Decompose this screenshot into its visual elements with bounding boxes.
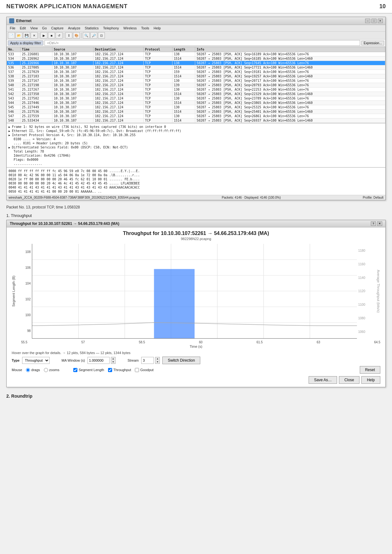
packet-table-container: No. Time Source Destination Protocol Len…	[7, 47, 385, 123]
table-row[interactable]: 53725.22702910.10.30.107182.156.217.124T…	[7, 70, 385, 74]
spin-up[interactable]: ▲	[111, 357, 115, 360]
goodput-checkbox-group[interactable]: Goodput	[135, 368, 154, 372]
table-row[interactable]: 53625.22700510.10.30.107182.156.217.124T…	[7, 65, 385, 70]
table-cell: 50207 → 25803 [PSH, ACK] Seq=26937 Ack=1…	[195, 118, 385, 123]
toolbar-btn-stop[interactable]: ■	[48, 32, 55, 39]
table-row[interactable]: 54725.22755910.10.30.107182.156.217.124T…	[7, 114, 385, 118]
expression-button[interactable]: Expression...	[361, 41, 384, 45]
menu-view[interactable]: View	[28, 26, 40, 31]
drags-radio[interactable]	[26, 368, 30, 372]
toolbar-btn-zoom-out[interactable]: 🔎	[90, 32, 97, 39]
table-cell: TCP	[143, 101, 172, 105]
minimize-button[interactable]: ─	[365, 19, 370, 23]
menu-edit[interactable]: Edit	[18, 26, 28, 31]
details-line[interactable]: Ethernet II, Src: Compal_59:e0:7c (fc:45…	[9, 129, 383, 133]
table-row[interactable]: 53525.22696610.10.30.107182.156.217.124T…	[7, 61, 385, 65]
throughput-help-button[interactable]: ?	[371, 221, 376, 226]
zooms-radio-group[interactable]: zooms	[44, 368, 59, 372]
table-cell: 545	[7, 105, 21, 110]
details-line[interactable]: Flags: 0x0000	[9, 158, 383, 162]
wireshark-window: Ethernet ─ □ ✕ File Edit View Go Capture…	[6, 17, 386, 200]
zooms-radio[interactable]	[44, 368, 48, 372]
ma-window-spinner[interactable]: ▲ ▼	[111, 357, 116, 364]
y-tick-104: 104	[25, 282, 31, 285]
table-cell: 546	[7, 110, 21, 114]
menu-file[interactable]: File	[8, 26, 17, 31]
menu-help[interactable]: Help	[152, 26, 163, 31]
maximize-button[interactable]: □	[371, 19, 377, 23]
table-cell: 50207 → 25803 [PSH, ACK] Seq=23865 Ack=1…	[195, 101, 385, 105]
table-cell: 538	[7, 74, 21, 79]
throughput-checkbox-group[interactable]: Throughput	[108, 368, 131, 372]
table-row[interactable]: 54025.22719810.10.30.107182.156.217.124T…	[7, 83, 385, 87]
table-row[interactable]: 53325.22688110.10.30.107182.156.217.124T…	[7, 52, 385, 57]
chart-area: Segment Length (B) 108 106 104 102 100 9…	[12, 244, 380, 339]
details-line[interactable]: Total Length: 78	[9, 149, 383, 154]
toolbar-btn-open[interactable]: 📂	[15, 32, 22, 39]
details-line[interactable]: Differentiated Services Field: 0x00 (DSC…	[9, 145, 383, 149]
reset-button[interactable]: Reset	[360, 366, 380, 374]
table-cell: 25.227449	[21, 105, 52, 110]
segment-length-checkbox[interactable]	[73, 368, 77, 372]
details-line[interactable]: 0100 .... = Version: 4	[9, 137, 383, 141]
details-line[interactable]: Identification: 0x4296 (17046)	[9, 154, 383, 158]
table-row[interactable]: 54125.22726710.10.30.107182.156.217.124T…	[7, 87, 385, 92]
stream-spin-up[interactable]: ▲	[155, 357, 160, 360]
stream-input[interactable]	[141, 357, 154, 364]
help-button[interactable]: Help	[361, 376, 380, 384]
wireshark-window-controls[interactable]: ─ □ ✕	[365, 19, 383, 23]
toolbar-btn-close[interactable]: ✕	[31, 32, 38, 39]
throughput-checkbox[interactable]	[108, 368, 112, 372]
details-line[interactable]: ...............	[9, 162, 383, 166]
menu-telephony[interactable]: Telephony	[101, 26, 121, 31]
table-cell: 25.227029	[21, 70, 52, 74]
table-cell: 10.10.30.107	[52, 92, 93, 96]
details-line[interactable]: Internet Protocol Version 4, Src: 10.10.…	[9, 133, 383, 137]
y-ticks-left: 108 106 104 102 100 98	[19, 244, 32, 339]
toolbar-btn-colorize[interactable]: 🎨	[73, 32, 80, 39]
close-button[interactable]: Close	[339, 376, 359, 384]
drags-radio-group[interactable]: drags	[26, 368, 40, 372]
throughput-window-controls[interactable]: ? ✕	[371, 221, 382, 226]
table-row[interactable]: 53825.22710310.10.30.107182.156.217.124T…	[7, 74, 385, 79]
menu-statistics[interactable]: Statistics	[83, 26, 100, 31]
toolbar-btn-restart[interactable]: ↺	[56, 32, 63, 39]
table-row[interactable]: 54325.22750210.10.30.107182.156.217.124T…	[7, 96, 385, 101]
table-row[interactable]: 54425.22744610.10.30.107182.156.217.124T…	[7, 101, 385, 105]
toolbar-btn-new[interactable]: 📄	[8, 32, 15, 39]
table-cell: 50207 → 25803 [PSH, ACK] Seq=16189 Ack=1…	[195, 52, 385, 57]
menu-tools[interactable]: Tools	[139, 26, 151, 31]
details-line[interactable]: Frame 1: 92 bytes on wire (736 bits), 92…	[9, 125, 383, 129]
toolbar-btn-start[interactable]: ▶	[40, 32, 47, 39]
details-pane: Frame 1: 92 bytes on wire (736 bits), 92…	[7, 123, 385, 167]
spin-down[interactable]: ▼	[111, 360, 115, 364]
save-as-button[interactable]: Save As…	[309, 376, 337, 384]
type-select[interactable]: Throughput Goodput	[22, 357, 50, 364]
details-line[interactable]: .... 0101 = Header Length: 20 bytes (5)	[9, 141, 383, 145]
table-row[interactable]: 53425.22696210.10.30.107182.156.217.124T…	[7, 57, 385, 61]
table-row[interactable]: 54525.22744910.10.30.107182.156.217.124T…	[7, 105, 385, 110]
menu-capture[interactable]: Capture	[49, 26, 65, 31]
close-button[interactable]: ✕	[378, 19, 383, 23]
throughput-close-button[interactable]: ✕	[377, 221, 382, 226]
ma-window-input[interactable]	[87, 357, 110, 364]
section2-number: 2.	[6, 394, 10, 399]
table-row[interactable]: 54825.53343410.10.30.107182.156.217.124T…	[7, 118, 385, 123]
segment-length-checkbox-group[interactable]: Segment Length	[73, 368, 104, 372]
stream-spinner[interactable]: ▲ ▼	[155, 357, 160, 364]
toolbar-btn-zoom-in[interactable]: 🔍	[83, 32, 90, 39]
filter-input[interactable]	[45, 40, 360, 46]
toolbar-btn-save[interactable]: 💾	[23, 32, 30, 39]
toolbar-btn-scroll[interactable]: ⇕	[65, 32, 72, 39]
switch-direction-button[interactable]: Switch Direction	[162, 357, 200, 364]
table-row[interactable]: 54225.22735810.10.30.107182.156.217.124T…	[7, 92, 385, 96]
goodput-checkbox[interactable]	[135, 368, 139, 372]
stream-spin-down[interactable]: ▼	[155, 360, 160, 364]
menu-analyze[interactable]: Analyze	[66, 26, 82, 31]
table-row[interactable]: 54625.22753610.10.30.107182.156.217.124T…	[7, 110, 385, 114]
menu-go[interactable]: Go	[40, 26, 49, 31]
toolbar-btn-zoom-reset[interactable]: ⊡	[98, 32, 105, 39]
svg-rect-11	[154, 269, 195, 338]
table-row[interactable]: 53925.22716710.10.30.107182.156.217.124T…	[7, 79, 385, 83]
menu-wireless[interactable]: Wireless	[122, 26, 139, 31]
